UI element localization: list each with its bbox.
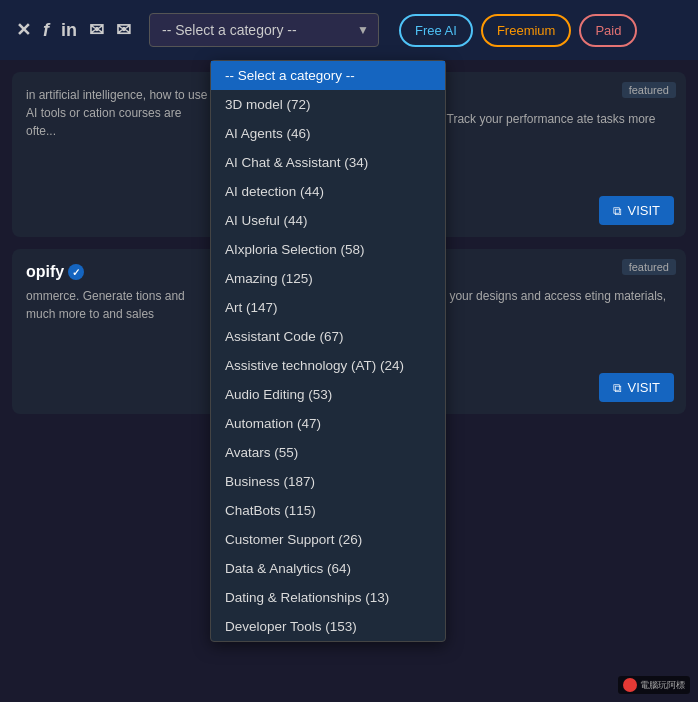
visit-button-bottom[interactable]: ⧉ VISIT (599, 373, 674, 402)
dropdown-item[interactable]: Dating & Relationships (13) (211, 583, 445, 612)
watermark-logo-icon (623, 678, 637, 692)
dropdown-item[interactable]: Art (147) (211, 293, 445, 322)
dropdown-item[interactable]: AI detection (44) (211, 177, 445, 206)
left-bottom-card-text: ommerce. Generate tions and much more to… (26, 287, 208, 323)
left-top-card: in artificial intelligence, how to use A… (12, 72, 222, 237)
dropdown-item[interactable]: Amazing (125) (211, 264, 445, 293)
external-link-icon: ⧉ (613, 381, 622, 395)
linkedin-icon[interactable]: in (61, 20, 77, 41)
dropdown-item[interactable]: AI Useful (44) (211, 206, 445, 235)
dropdown-item[interactable]: Automation (47) (211, 409, 445, 438)
left-bottom-card-title: opify ✓ (26, 263, 208, 281)
paid-button[interactable]: Paid (579, 14, 637, 47)
dropdown-item[interactable]: Customer Support (26) (211, 525, 445, 554)
dropdown-item[interactable]: 3D model (72) (211, 90, 445, 119)
category-select[interactable]: -- Select a category --3D model (72)AI A… (149, 13, 379, 47)
dropdown-item[interactable]: Avatars (55) (211, 438, 445, 467)
twitter-icon[interactable]: ✕ (16, 19, 31, 41)
dropdown-item[interactable]: Business (187) (211, 467, 445, 496)
visit-button-label: VISIT (627, 380, 660, 395)
visit-button-top[interactable]: ⧉ VISIT (599, 196, 674, 225)
dropdown-item[interactable]: AI Agents (46) (211, 119, 445, 148)
dropdown-item[interactable]: AIxploria Selection (58) (211, 235, 445, 264)
dropdown-item[interactable]: Assistive technology (AT) (24) (211, 351, 445, 380)
external-link-icon: ⧉ (613, 204, 622, 218)
category-dropdown[interactable]: -- Select a category -- 3D model (72) AI… (210, 60, 446, 642)
left-top-card-text: in artificial intelligence, how to use A… (26, 86, 208, 140)
freemium-button[interactable]: Freemium (481, 14, 572, 47)
email-icon[interactable]: ✉ (116, 19, 131, 41)
dropdown-item[interactable]: Audio Editing (53) (211, 380, 445, 409)
left-bottom-card: opify ✓ ommerce. Generate tions and much… (12, 249, 222, 414)
dropdown-item[interactable]: ChatBots (115) (211, 496, 445, 525)
free-ai-button[interactable]: Free AI (399, 14, 473, 47)
header: ✕ f in ✉ ✉ -- Select a category --3D mod… (0, 0, 698, 60)
category-select-wrapper[interactable]: -- Select a category --3D model (72)AI A… (149, 13, 379, 47)
social-icons-group: ✕ f in ✉ ✉ (16, 19, 131, 41)
verified-badge-icon: ✓ (68, 264, 84, 280)
dropdown-item[interactable]: Assistant Code (67) (211, 322, 445, 351)
card-title-text: opify (26, 263, 64, 281)
visit-button-label: VISIT (627, 203, 660, 218)
telegram-icon[interactable]: ✉ (89, 19, 104, 41)
watermark-site-name: 電腦玩阿標 (640, 679, 685, 692)
featured-badge: featured (622, 82, 676, 98)
dropdown-item[interactable]: AI Chat & Assistant (34) (211, 148, 445, 177)
dropdown-item[interactable]: Data & Analytics (64) (211, 554, 445, 583)
left-column: in artificial intelligence, how to use A… (12, 72, 222, 414)
featured-badge: featured (622, 259, 676, 275)
dropdown-item[interactable]: Developer Tools (153) (211, 612, 445, 641)
watermark: 電腦玩阿標 (618, 676, 690, 694)
facebook-icon[interactable]: f (43, 20, 49, 41)
dropdown-item-selected[interactable]: -- Select a category -- (211, 61, 445, 90)
filter-buttons-group: Free AI Freemium Paid (399, 14, 637, 47)
